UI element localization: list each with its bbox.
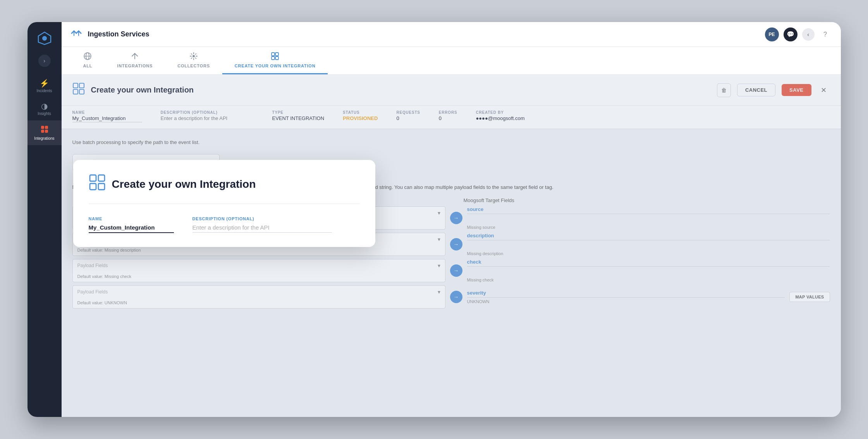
back-button[interactable]: ‹ [802,28,815,41]
svg-rect-21 [275,57,278,60]
topbar-title: Ingestion Services [88,30,150,38]
payload-chevron-severity: ▾ [438,289,440,295]
tab-collectors-icon [189,52,198,61]
tab-collectors[interactable]: COLLECTORS [165,47,222,74]
integration-title: Create your own Integration [91,86,711,94]
tab-create-own-icon [271,52,279,61]
target-field-description: description Missing description [467,233,830,256]
svg-rect-2 [45,126,48,129]
close-button[interactable]: ✕ [818,84,830,96]
description-input[interactable] [161,115,254,121]
target-field-source: source Missing source [467,206,830,230]
mapping-row-severity: Payload Fields ▾ Default value: UNKNOWN … [72,285,830,309]
target-name-description: description [467,233,830,240]
target-name-severity: severity [467,290,785,298]
sidebar-label-integrations: Integrations [34,136,54,141]
target-default-description: Missing description [467,251,830,256]
incidents-icon: ⚡ [40,79,49,87]
svg-line-16 [195,54,196,55]
tab-create-own[interactable]: CREATE YOUR OWN INTEGRATION [222,47,328,74]
payload-default-check: Default value: Missing check [77,274,440,279]
batch-description: Use batch processing to specify the path… [72,139,830,146]
target-field-severity: severity UNKNOWN MAP VALUES [467,285,830,309]
popup-name-label: NAME [89,216,174,221]
payload-default-description: Default value: Missing description [77,248,440,252]
popup-name-field: NAME My_Custom_Integration [89,216,174,233]
svg-rect-28 [90,183,96,190]
help-button[interactable]: ? [819,28,832,41]
meta-type-label: TYPE [272,110,325,115]
svg-line-14 [191,54,192,55]
tab-integrations-icon [131,52,139,61]
popup-icon [89,174,106,194]
payload-chevron-source: ▾ [438,210,440,216]
meta-created-by-field: CREATED BY ●●●●@moogsoft.com [476,110,524,122]
sidebar-toggle[interactable]: › [38,55,51,67]
arrow-btn-check: → [450,264,462,277]
payload-placeholder-severity: Payload Fields [77,289,108,295]
svg-rect-23 [79,83,84,88]
meta-status-label: STATUS [343,110,378,115]
sidebar-label-incidents: Incidents [36,89,52,93]
sidebar-item-integrations[interactable]: Integrations [28,120,62,145]
popup-description-field: DESCRIPTION (Optional) Enter a descripti… [193,216,332,233]
payload-chevron-description: ▾ [438,236,440,242]
meta-name-value: My_Custom_Integration [72,115,142,122]
meta-description-label: DESCRIPTION (Optional) [161,110,254,115]
svg-line-17 [191,58,192,58]
arrow-btn-source: → [450,212,462,224]
svg-rect-29 [98,183,105,190]
target-name-source: source [467,206,830,214]
meta-created-by-value: ●●●●@moogsoft.com [476,115,524,121]
payload-select-severity[interactable]: Payload Fields ▾ Default value: UNKNOWN [72,285,445,309]
insights-icon: ◑ [41,102,48,110]
svg-point-0 [42,36,47,41]
svg-line-15 [195,58,196,58]
page-content: Create your own Integration 🗑 CANCEL SAV… [62,75,841,417]
integration-header-icon [72,82,85,98]
tab-create-own-label: CREATE YOUR OWN INTEGRATION [235,63,316,68]
meta-errors-label: ERRORS [439,110,457,115]
sidebar-logo [34,28,55,48]
sidebar-item-insights[interactable]: ◑ Insights [28,98,62,120]
popup-description-placeholder[interactable]: Enter a description for the API [193,224,332,233]
svg-rect-20 [272,57,275,60]
user-avatar[interactable]: PE [765,27,779,41]
svg-rect-24 [73,89,78,94]
mapping-row-check: Payload Fields ▾ Default value: Missing … [72,259,830,282]
popup-title: Create your own Integration [112,178,256,190]
topbar-logo-icon [71,29,82,39]
meta-type-value: EVENT INTEGRATION [272,115,325,121]
meta-name-label: NAME [72,110,142,115]
sidebar-item-incidents[interactable]: ⚡ Incidents [28,75,62,98]
arrow-btn-severity: → [450,291,462,303]
delete-button[interactable]: 🗑 [717,83,731,97]
payload-placeholder-check: Payload Fields [77,263,108,268]
meta-row: NAME My_Custom_Integration DESCRIPTION (… [62,106,841,129]
tab-all[interactable]: ALL [71,47,105,74]
meta-description-field: DESCRIPTION (Optional) [161,110,254,122]
payload-select-check[interactable]: Payload Fields ▾ Default value: Missing … [72,259,445,282]
svg-rect-22 [73,83,78,88]
save-button[interactable]: SAVE [782,84,811,96]
cancel-button[interactable]: CANCEL [737,84,775,96]
map-values-button[interactable]: MAP VALUES [789,292,830,302]
svg-rect-1 [41,126,44,129]
svg-rect-25 [79,89,84,94]
tab-integrations[interactable]: INTEGRATIONS [105,47,165,74]
nav-tabs: ALL INTEGRATIONS [62,47,841,75]
popup-description-label: DESCRIPTION (Optional) [193,216,332,221]
payload-chevron-check: ▾ [438,262,440,269]
target-field-check: check Missing check [467,259,830,282]
target-fields-col-label: Moogsoft Target Fields [464,197,827,203]
main-content: Ingestion Services PE 💬 ‹ ? ALL [62,22,841,417]
popup-name-value: My_Custom_Integration [89,224,174,233]
meta-created-by-label: CREATED BY [476,110,524,115]
target-default-severity: UNKNOWN [467,299,785,304]
popup-fields: NAME My_Custom_Integration DESCRIPTION (… [89,216,360,233]
svg-rect-4 [45,130,48,133]
target-default-check: Missing check [467,278,830,282]
chat-icon[interactable]: 💬 [784,27,798,41]
tab-collectors-label: COLLECTORS [177,63,210,68]
meta-status-field: STATUS PROVISIONED [343,110,378,122]
